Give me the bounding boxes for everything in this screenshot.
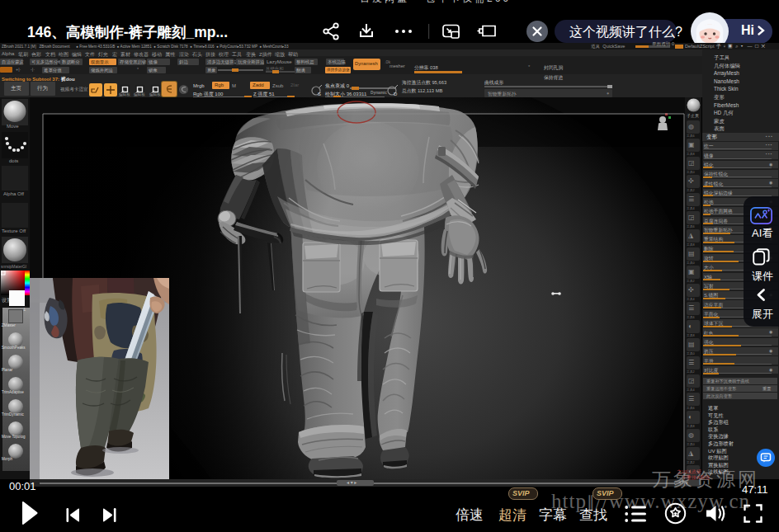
svg-text:S: S (318, 92, 321, 97)
svg-text:D: D (394, 92, 398, 97)
